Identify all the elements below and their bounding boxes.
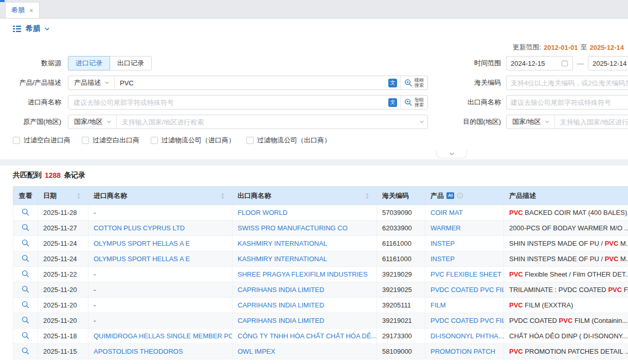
product-link[interactable]: INSTEP	[430, 240, 455, 247]
results-section: 共匹配到 1288 条记录 查看 日期 ▲▼ 进口商名称 ▲▼	[0, 166, 628, 359]
chevron-down-icon[interactable]	[44, 26, 50, 32]
importer-link: -	[94, 317, 96, 324]
exporter-name-field[interactable]	[511, 99, 628, 106]
origin-country-select[interactable]: 国家/地区	[68, 115, 117, 129]
section-divider	[0, 159, 628, 166]
smart-search-button[interactable]: 智能 搜索	[400, 96, 427, 109]
exporter-link[interactable]: CÔNG TY TNHH HÓA CHẤT CHẤT HÓA DẺ...	[238, 332, 376, 340]
view-details-icon[interactable]	[22, 316, 29, 324]
start-date-value[interactable]	[511, 60, 558, 67]
fuzzy-search-button[interactable]: 模糊 搜索	[400, 76, 427, 89]
export-records-button[interactable]: 出口记录	[110, 56, 152, 70]
product-link[interactable]: PVDC COATED PVC FIL...	[430, 317, 504, 324]
checkbox-icon[interactable]	[13, 137, 20, 144]
table-row: 2025-11-20 - CAPRIHANS INDIA LIMITED 392…	[13, 282, 628, 298]
filter-blank-exporter[interactable]: 过滤空白出口商	[82, 136, 139, 145]
product-type-value: 产品描述	[74, 78, 101, 87]
checkbox-icon[interactable]	[82, 137, 89, 144]
checkbox-icon[interactable]	[151, 137, 158, 144]
close-tab-icon[interactable]: ×	[29, 7, 33, 14]
hs-code-cell: 57039090	[377, 205, 425, 221]
importer-link[interactable]: OLYMPUS SPORT HELLAS A E	[94, 255, 190, 263]
product-link[interactable]: PVC FLEXIBLE SHEET F...	[430, 270, 504, 278]
hs-code-cell: 62033900	[377, 221, 425, 236]
checkbox-icon[interactable]	[246, 137, 254, 144]
destination-country-select[interactable]: 国家/地区	[507, 115, 555, 129]
origin-country-input[interactable]	[122, 118, 416, 126]
table-row: 2025-11-28 - FLOOR WORLD 57039090 COIR M…	[13, 205, 628, 221]
importer-link[interactable]: COTTON PLUS CYPRUS LTD	[94, 224, 185, 232]
exporter-link[interactable]: CAPRIHANS INDIA LIMITED	[238, 317, 324, 324]
view-details-icon[interactable]	[22, 270, 29, 278]
product-link[interactable]: WARMER	[430, 224, 461, 232]
info-icon[interactable]	[457, 192, 463, 199]
translate-icon[interactable]: 文	[388, 79, 397, 87]
exporter-link[interactable]: SWISS PRO MANUFACTURING CO	[238, 224, 348, 232]
origin-country-group: 国家/地区	[68, 115, 428, 129]
translate-icon[interactable]: 文	[388, 98, 397, 107]
importer-link[interactable]: OLYMPUS SPORT HELLAS A E	[94, 240, 190, 247]
filter-checkbox-row: 过滤空白进口商 过滤空白出口商 过滤物流公司（进口商） 过滤物流公司（出口商）	[0, 132, 628, 149]
exporter-link[interactable]: CAPRIHANS INDIA LIMITED	[238, 301, 324, 309]
hs-code-input[interactable]	[506, 76, 628, 90]
sort-icon[interactable]: ▲▼	[221, 192, 225, 199]
product-link[interactable]: PROMOTION PATCH	[430, 348, 495, 355]
description-cell: PVC Flexible Sheet / Film OTHER DET...	[504, 267, 628, 282]
destination-country-input[interactable]	[560, 118, 628, 126]
exporter-link[interactable]: KASHMIRY INTERNATIONAL	[238, 255, 327, 263]
importer-link[interactable]: APOSTOLIDIS THEODOROS	[94, 348, 183, 355]
hs-code-field[interactable]	[511, 79, 628, 87]
view-details-icon[interactable]	[22, 239, 29, 247]
update-range-label: 更新范围:	[512, 43, 541, 52]
calendar-icon[interactable]	[561, 60, 568, 67]
sort-icon[interactable]: ▲▼	[365, 192, 369, 199]
view-details-icon[interactable]	[22, 224, 29, 231]
product-search-input[interactable]	[120, 79, 385, 87]
description-cell: TRILAMINATE : PVDC COATED PVC F...	[504, 282, 628, 298]
product-link[interactable]: DI-ISONONYL PHTHA...	[430, 332, 504, 340]
tab-greece[interactable]: 希腊 ×	[5, 2, 40, 18]
filter-logistics-exporter[interactable]: 过滤物流公司（出口商）	[246, 136, 331, 145]
view-details-icon[interactable]	[22, 208, 29, 216]
exporter-link[interactable]: KASHMIRY INTERNATIONAL	[238, 240, 327, 247]
fuzzy-search-label-2: 搜索	[415, 83, 424, 88]
page-header: 希腊	[0, 19, 628, 39]
start-date-input[interactable]	[506, 56, 573, 70]
hs-code-cell: 39219021	[377, 313, 425, 329]
view-details-icon[interactable]	[22, 301, 29, 308]
product-link[interactable]: INSTEP	[430, 255, 455, 263]
hs-code-cell: 39219029	[377, 267, 425, 282]
sort-icon[interactable]: ▲▼	[77, 192, 81, 199]
view-details-icon[interactable]	[22, 254, 29, 262]
filter-blank-importer[interactable]: 过滤空白进口商	[13, 136, 70, 145]
fuzzy-search-label-1: 模糊	[415, 78, 424, 83]
column-header-view: 查看	[19, 192, 32, 199]
filter-label: 过滤空白出口商	[93, 136, 139, 145]
end-date-value[interactable]	[593, 60, 628, 67]
product-type-select[interactable]: 产品描述	[68, 76, 115, 89]
product-link[interactable]: FILM	[430, 301, 446, 309]
view-details-icon[interactable]	[22, 285, 29, 293]
hs-code-cell: 61161000	[377, 236, 425, 251]
import-records-button[interactable]: 进口记录	[68, 56, 110, 70]
importer-link: -	[94, 209, 96, 216]
column-header-importer: 进口商名称	[94, 191, 127, 201]
view-details-icon[interactable]	[22, 347, 29, 355]
product-link[interactable]: PVDC COATED PVC FIL...	[430, 286, 504, 294]
exporter-link[interactable]: OWL IMPEX	[238, 348, 275, 355]
product-link[interactable]: COIR MAT	[430, 209, 463, 216]
update-range: 更新范围: 2012-01-01 至 2025-12-14	[512, 43, 624, 52]
exporter-name-input[interactable]	[506, 95, 628, 110]
importer-search-input[interactable]	[74, 99, 385, 106]
filter-logistics-importer[interactable]: 过滤物流公司（进口商）	[151, 136, 235, 145]
chevron-down-icon[interactable]	[419, 119, 424, 124]
importer-link[interactable]: QUIMIDROGA HELLAS SINGLE MEMBER PC	[94, 332, 232, 340]
exporter-link[interactable]: SHREE PRAGYA FLEXIFILM INDUSTRIES	[238, 270, 368, 278]
exporter-link[interactable]: FLOOR WORLD	[238, 209, 288, 216]
collapse-form-button[interactable]	[436, 150, 467, 158]
view-details-icon[interactable]	[22, 332, 29, 339]
exporter-link[interactable]: CAPRIHANS INDIA LIMITED	[238, 286, 324, 294]
table-row: 2025-11-24 OLYMPUS SPORT HELLAS A E KASH…	[13, 251, 628, 267]
end-date-input[interactable]	[588, 56, 628, 70]
update-range-start: 2012-01-01	[544, 44, 578, 51]
